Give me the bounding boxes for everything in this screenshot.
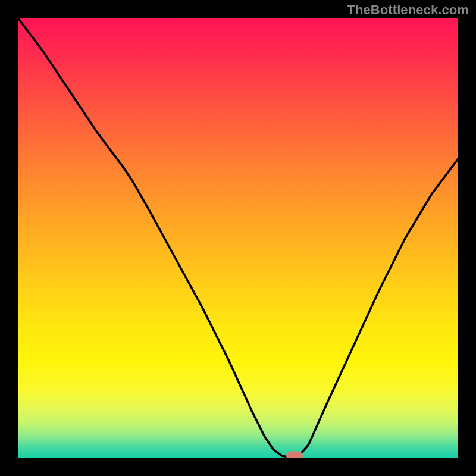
- bottleneck-curve: [18, 18, 458, 458]
- minimum-marker: [286, 451, 303, 458]
- plot-area: [18, 18, 458, 458]
- attribution-label: TheBottleneck.com: [347, 2, 469, 18]
- chart-frame: TheBottleneck.com: [0, 0, 476, 476]
